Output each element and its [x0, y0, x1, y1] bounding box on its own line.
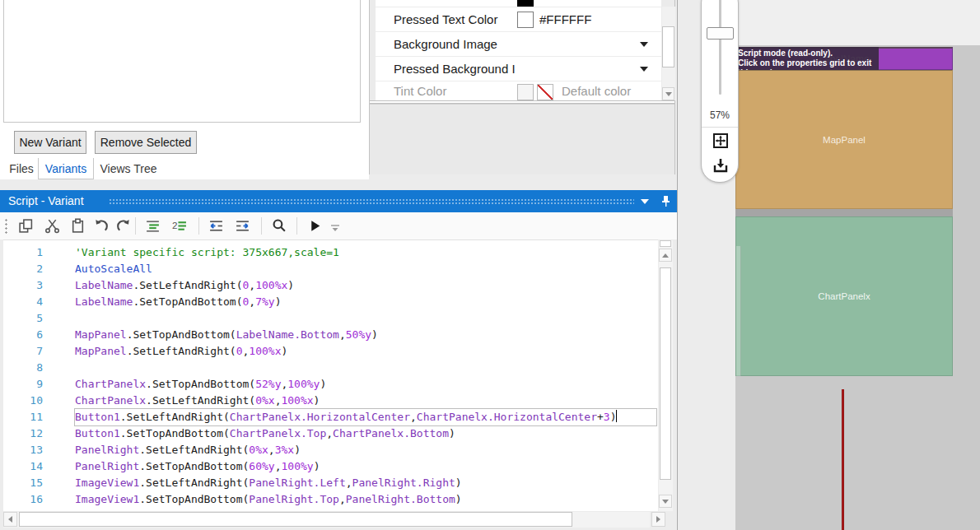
line-text[interactable]: LabelName.SetLeftAndRight(0,100%x)	[75, 277, 656, 294]
scroll-left-button[interactable]	[3, 512, 17, 527]
dropdown-arrow-icon[interactable]	[640, 42, 648, 47]
property-row-pressed-text-color[interactable]: Pressed Text Color #FFFFFF	[376, 7, 661, 31]
decrease-indent-icon[interactable]	[208, 218, 224, 234]
property-row-color-partial[interactable]	[376, 0, 661, 7]
pin-icon[interactable]	[660, 195, 671, 211]
line-text[interactable]	[75, 508, 656, 511]
code-line[interactable]: 14PanelRight.SetTopAndBottom(60%y,100%y)	[3, 458, 658, 475]
view-mappanel[interactable]: MapPanel	[735, 70, 953, 209]
code-line[interactable]: 3LabelName.SetLeftAndRight(0,100%x)	[3, 277, 658, 294]
code-line[interactable]: 6MapPanel.SetTopAndBottom(LabelName.Bott…	[3, 327, 658, 343]
line-text[interactable]: MapPanel.SetTopAndBottom(LabelName.Botto…	[75, 327, 656, 343]
line-text[interactable]: AutoScaleAll	[75, 261, 656, 277]
more-buttons-icon[interactable]	[329, 222, 345, 238]
code-line[interactable]: 16ImageView1.SetTopAndBottom(PanelRight.…	[3, 491, 658, 508]
code-line[interactable]: 10ChartPanelx.SetLeftAndRight(0%x,100%x)	[3, 393, 658, 409]
code-editor[interactable]: 1'Variant specific script: 375x667,scale…	[3, 239, 658, 511]
line-number: 1	[3, 244, 54, 261]
code-line[interactable]: 5	[3, 310, 658, 327]
increase-indent-icon[interactable]	[235, 218, 250, 234]
script-panel-titlebar[interactable]: Script - Variant	[0, 190, 677, 212]
remove-selected-button[interactable]: Remove Selected	[95, 131, 197, 154]
code-line[interactable]: 17	[3, 508, 658, 511]
tab-files[interactable]: Files	[5, 158, 38, 179]
color-swatch[interactable]	[517, 0, 534, 7]
color-swatch[interactable]	[517, 12, 534, 28]
export-button[interactable]	[710, 155, 731, 176]
line-text[interactable]: LabelName.SetTopAndBottom(0,7%y)	[75, 294, 656, 310]
line-text[interactable]	[75, 360, 656, 376]
redo-icon[interactable]	[116, 218, 132, 234]
editor-vertical-scrollbar[interactable]	[659, 240, 673, 511]
line-number: 12	[3, 425, 54, 442]
scroll-down-button[interactable]	[659, 495, 672, 508]
line-text[interactable]: PanelRight.SetTopAndBottom(60%y,100%y)	[75, 458, 656, 475]
undo-icon[interactable]	[93, 218, 109, 234]
dropdown-arrow-icon[interactable]	[640, 67, 648, 72]
scroll-up-button[interactable]	[659, 249, 672, 262]
code-line[interactable]: 4LabelName.SetTopAndBottom(0,7%y)	[3, 294, 658, 310]
line-text[interactable]: PanelRight.SetLeftAndRight(0%x,3%x)	[75, 442, 656, 458]
script-mode-banner: Script mode (read-only). Click on the pr…	[735, 47, 879, 70]
code-line[interactable]: 2AutoScaleAll	[3, 261, 658, 277]
chevron-down-icon[interactable]	[641, 199, 649, 204]
code-line[interactable]: 15ImageView1.SetLeftAndRight(PanelRight.…	[3, 475, 658, 491]
property-row-background-image[interactable]: Background Image	[376, 31, 661, 56]
zoom-slider-thumb[interactable]	[707, 27, 734, 40]
arrow-left-icon	[8, 516, 12, 523]
zoom-slider-track[interactable]	[719, 0, 721, 95]
toolbar-grip-icon[interactable]	[5, 218, 7, 234]
splitter-handle[interactable]	[660, 240, 671, 247]
line-text[interactable]: ImageView1.SetTopAndBottom(PanelRight.To…	[75, 491, 656, 508]
run-icon[interactable]	[307, 218, 323, 234]
line-text[interactable]: 'Variant specific script: 375x667,scale=…	[75, 244, 656, 261]
paste-icon[interactable]	[70, 218, 86, 234]
code-line[interactable]: 12Button1.SetTopAndBottom(ChartPanelx.To…	[3, 425, 658, 442]
view-button1-line[interactable]	[842, 389, 844, 530]
code-line[interactable]: 1'Variant specific script: 375x667,scale…	[3, 244, 658, 261]
view-chartpanelx[interactable]: ChartPanelx	[735, 216, 953, 376]
cut-icon[interactable]	[44, 218, 60, 234]
property-row-pressed-background-image[interactable]: Pressed Background I	[376, 56, 661, 81]
variant-list[interactable]	[3, 0, 361, 123]
scroll-down-button[interactable]	[662, 87, 674, 100]
toolbar-separator	[261, 217, 262, 235]
code-line[interactable]: 13PanelRight.SetLeftAndRight(0%x,3%x)	[3, 442, 658, 458]
tab-views-tree[interactable]: Views Tree	[94, 158, 163, 179]
code-line[interactable]: 11Button1.SetLeftAndRight(ChartPanelx.Ho…	[3, 409, 658, 425]
copy-icon[interactable]	[18, 218, 34, 234]
panel-gap	[0, 179, 677, 190]
new-variant-button[interactable]: New Variant	[14, 131, 86, 154]
line-text[interactable]	[75, 310, 656, 327]
property-value[interactable]: #FFFFFF	[539, 12, 591, 26]
scrollbar-thumb[interactable]	[662, 26, 674, 67]
color-swatch-disabled	[517, 84, 534, 100]
properties-scrollbar[interactable]	[662, 7, 675, 100]
scroll-right-button[interactable]	[651, 512, 665, 527]
property-label: Pressed Text Color	[394, 12, 497, 26]
tab-variants[interactable]: Variants	[38, 158, 94, 179]
line-number: 14	[3, 458, 54, 475]
editor-horizontal-scrollbar[interactable]	[3, 512, 650, 528]
code-line[interactable]: 9ChartPanelx.SetTopAndBottom(52%y,100%y)	[3, 376, 658, 393]
code-line[interactable]: 7MapPanel.SetLeftAndRight(0,100%x)	[3, 343, 658, 360]
search-icon[interactable]	[271, 218, 287, 234]
canvas-gap	[735, 209, 953, 216]
design-canvas[interactable]: LabelName Script mode (read-only). Click…	[735, 0, 980, 530]
scrollbar-thumb[interactable]	[19, 512, 572, 527]
format-document-icon[interactable]	[145, 218, 161, 234]
export-down-icon	[712, 156, 730, 174]
line-text[interactable]: ChartPanelx.SetTopAndBottom(52%y,100%y)	[75, 376, 656, 393]
line-text[interactable]: Button1.SetLeftAndRight(ChartPanelx.Hori…	[75, 409, 656, 425]
scrollbar-thumb[interactable]	[660, 267, 671, 480]
line-text[interactable]: ChartPanelx.SetLeftAndRight(0%x,100%x)	[75, 393, 656, 409]
view-panelright[interactable]	[736, 246, 741, 376]
line-text[interactable]: Button1.SetTopAndBottom(ChartPanelx.Top,…	[75, 425, 656, 442]
format-lines-icon[interactable]: 2	[171, 218, 187, 234]
code-line[interactable]: 8	[3, 360, 658, 376]
fit-view-button[interactable]	[710, 130, 731, 151]
line-text[interactable]: MapPanel.SetLeftAndRight(0,100%x)	[75, 343, 656, 360]
fit-view-icon	[712, 132, 730, 150]
line-number: 9	[3, 376, 54, 393]
line-text[interactable]: ImageView1.SetLeftAndRight(PanelRight.Le…	[75, 475, 656, 491]
